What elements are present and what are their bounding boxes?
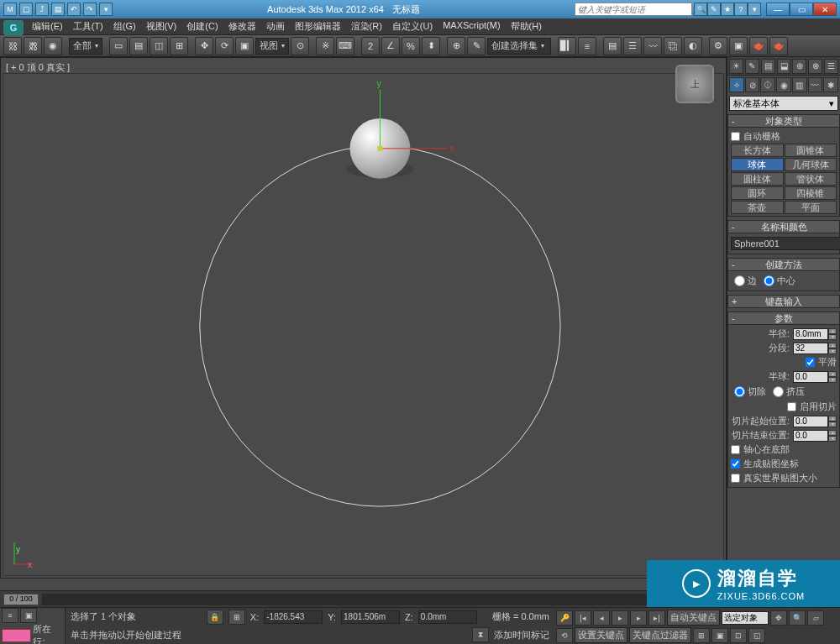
redo-icon[interactable]: ↷ [83,3,97,16]
named-selection-combo[interactable]: 创建选择集 [487,38,551,55]
goto-start-icon[interactable]: |◂ [575,610,591,626]
tool-a-icon[interactable]: ✎ [707,3,721,16]
smooth-checkbox[interactable] [806,358,815,367]
modify-tab[interactable]: ⊘ [745,77,760,92]
close-button[interactable]: ✕ [813,3,837,16]
radius-down[interactable]: ▾ [828,334,837,340]
macro-rec-button[interactable] [2,629,31,642]
tool-d-icon[interactable]: ▾ [748,3,761,16]
primitive-四棱锥[interactable]: 四棱锥 [785,186,837,200]
extra-tab[interactable]: ✱ [823,77,838,92]
genuv-checkbox[interactable] [731,459,740,469]
nav-pan-icon[interactable]: ✥ [770,610,787,626]
rotate-icon[interactable]: ⟳ [215,37,234,55]
lock-icon[interactable]: 🔒 [207,610,223,625]
keyfilter-label[interactable]: 关键点过滤器 [629,627,691,643]
tool6-icon[interactable]: ☰ [824,59,838,74]
key-target-combo[interactable] [722,611,769,625]
edit-sel-icon[interactable]: ✎ [467,37,486,55]
select-region-icon[interactable]: ◫ [150,37,168,55]
render-setup-icon[interactable]: ⚙ [709,37,727,55]
help-search-input[interactable] [575,3,692,16]
snap-2d-icon[interactable]: 2 [361,37,380,55]
frame-indicator[interactable]: 0 / 100 [3,594,39,605]
selection-filter-combo[interactable]: 全部 [69,38,102,55]
primitive-长方体[interactable]: 长方体 [731,144,784,157]
pivot-icon[interactable]: ⊙ [291,37,309,55]
qat-more-icon[interactable]: ▾ [99,3,113,16]
select-name-icon[interactable]: ▤ [129,37,148,55]
sliceon-checkbox[interactable] [787,402,796,411]
layers-icon[interactable]: ▤ [603,37,622,55]
tool-b-icon[interactable]: ★ [721,3,734,16]
menu-渲染(R)[interactable]: 渲染(R) [346,18,387,34]
menu-帮助(H)[interactable]: 帮助(H) [506,18,547,34]
layer-mgr-icon[interactable]: ☰ [623,37,642,55]
primitive-球体[interactable]: 球体 [731,158,784,171]
rollout-objtype[interactable]: -对象类型 [727,114,840,128]
tool3-icon[interactable]: ⬓ [777,59,791,74]
key-icon[interactable]: 🔑 [556,610,573,626]
unlink-icon[interactable]: ⛓̸ [24,37,42,55]
window-crossing-icon[interactable]: ⊞ [170,37,188,55]
squash-radio[interactable] [773,386,784,397]
undo-icon[interactable]: ↶ [67,3,81,16]
menu-组(G)[interactable]: 组(G) [108,18,141,34]
link-icon[interactable]: ⛓ [3,37,22,55]
autogrid-checkbox[interactable] [731,132,740,141]
timetag-icon[interactable]: ⧗ [472,627,489,642]
slicefrom-input[interactable] [793,416,828,427]
tool-c-icon[interactable]: ? [734,3,748,16]
primitive-茶壶[interactable]: 茶壶 [731,201,784,214]
render-frame-icon[interactable]: ▣ [729,37,748,55]
render-last-icon[interactable]: 🫖 [769,37,788,55]
autokey-label[interactable]: 自动关键点 [667,610,720,626]
nav-all-icon[interactable]: ⊡ [730,628,747,643]
keymode-icon[interactable]: ⌨ [336,37,354,55]
rollout-namecolor[interactable]: -名称和颜色 [727,220,840,233]
maximize-button[interactable]: ▭ [790,3,813,16]
setkey-label[interactable]: 设置关键点 [575,627,627,643]
hemi-down[interactable]: ▾ [828,377,837,383]
goto-end-icon[interactable]: ▸| [648,610,665,626]
nav-zoom-icon[interactable]: 🔍 [789,610,806,626]
center-radio[interactable] [764,275,774,286]
radius-up[interactable]: ▴ [828,328,837,334]
z-coord-input[interactable] [418,610,477,624]
play-icon[interactable]: ▸ [612,610,628,626]
primitive-圆锥体[interactable]: 圆锥体 [785,144,837,157]
primitive-几何球体[interactable]: 几何球体 [785,158,837,171]
rollout-createmethod[interactable]: -创建方法 [727,258,840,271]
open-icon[interactable]: ⤴ [35,3,49,16]
radius-input[interactable] [793,328,828,340]
align-icon[interactable]: ≡ [578,37,596,55]
x-coord-input[interactable] [264,610,323,624]
base-checkbox[interactable] [731,445,740,454]
object-name-input[interactable] [731,237,840,250]
tool5-icon[interactable]: ⊗ [808,59,822,74]
render-icon[interactable]: 🫖 [749,37,768,55]
display-tab[interactable]: ▥ [792,77,807,92]
nav-region-icon[interactable]: ▣ [711,628,728,643]
scale-icon[interactable]: ▣ [235,37,254,55]
menu-自定义(U)[interactable]: 自定义(U) [387,18,438,34]
hierarchy-tab[interactable]: ⏀ [760,77,775,92]
select-icon[interactable]: ▭ [109,37,128,55]
menu-视图(V)[interactable]: 视图(V) [141,18,182,34]
minimize-button[interactable]: — [766,3,790,16]
menu-编辑(E)[interactable]: 编辑(E) [27,18,68,34]
rollout-kbentry[interactable]: +键盘输入 [727,295,840,308]
new-icon[interactable]: ▢ [19,3,33,16]
primitive-管状体[interactable]: 管状体 [785,172,837,186]
named-sel-icon[interactable]: ⊕ [447,37,465,55]
search-icon[interactable]: 🔍 [694,3,707,16]
manip-icon[interactable]: ※ [316,37,334,55]
tool4-icon[interactable]: ⊕ [792,59,806,74]
y-coord-input[interactable] [341,610,400,624]
prev-frame-icon[interactable]: ◂ [593,610,610,626]
material-icon[interactable]: ◐ [684,37,702,55]
isolate-icon[interactable]: ⊞ [228,610,245,625]
move-icon[interactable]: ✥ [195,37,213,55]
snap-angle-icon[interactable]: ∠ [381,37,400,55]
hemi-up[interactable]: ▴ [828,371,837,377]
